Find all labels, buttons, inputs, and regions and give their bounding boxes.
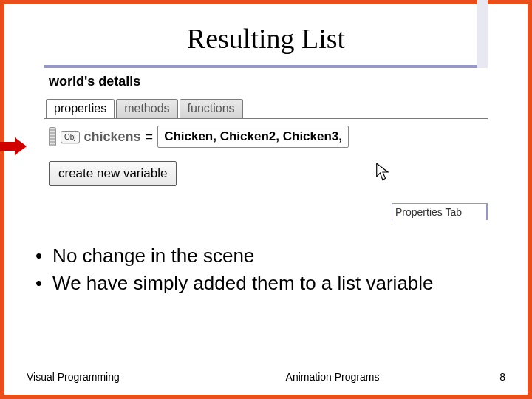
variable-value: Chicken, Chicken2, Chicken3,: [157, 126, 349, 148]
variable-name: chickens: [84, 129, 141, 145]
properties-tab-box: Properties Tab: [392, 203, 488, 220]
tab-bar: properties methods functions: [46, 99, 243, 118]
scrollbar[interactable]: [477, 0, 488, 68]
equals-sign: =: [146, 129, 154, 145]
variable-row: Obj chickens = Chicken, Chicken2, Chicke…: [49, 126, 349, 148]
page-number: 8: [476, 371, 505, 383]
cursor-icon: [375, 163, 390, 185]
type-badge: Obj: [61, 131, 80, 143]
footer-center: Animation Programs: [189, 371, 476, 383]
screenshot-panel: world's details properties methods funct…: [44, 65, 488, 220]
panel-heading: world's details: [49, 74, 140, 89]
tab-functions[interactable]: functions: [180, 99, 243, 118]
drag-handle-icon[interactable]: [49, 127, 56, 146]
properties-tab-label: Properties Tab: [392, 204, 486, 220]
bullet-item: We have simply added them to a list vari…: [35, 271, 507, 296]
tab-properties[interactable]: properties: [46, 99, 115, 118]
create-new-variable-button[interactable]: create new variable: [49, 161, 177, 186]
tab-methods[interactable]: methods: [116, 99, 177, 118]
bullet-list: No change in the scene We have simply ad…: [35, 244, 507, 296]
footer-left: Visual Programming: [27, 371, 189, 383]
bullet-item: No change in the scene: [35, 244, 507, 268]
tab-separator: [44, 118, 488, 119]
slide-title: Resulting List: [25, 22, 507, 55]
slide-footer: Visual Programming Animation Programs 8: [27, 371, 505, 383]
